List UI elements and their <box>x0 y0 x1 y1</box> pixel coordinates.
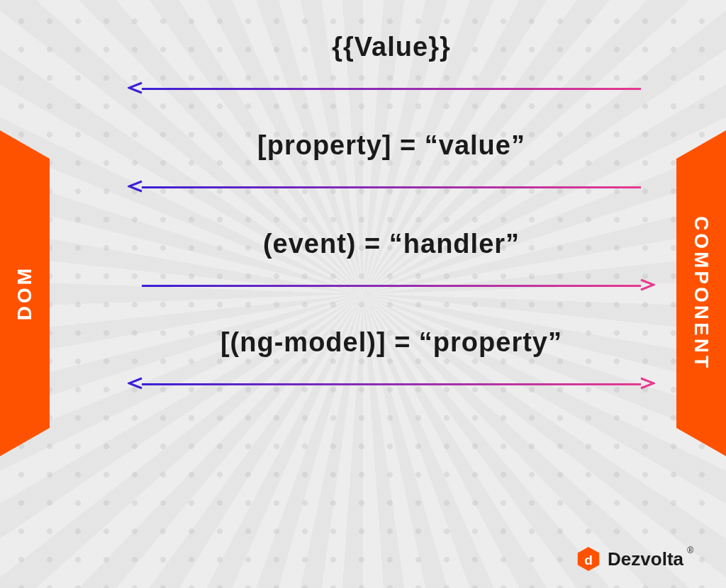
arrowhead-left-icon <box>128 80 143 96</box>
brand-name-text: Dezvolta <box>608 548 683 570</box>
arrow-right-1 <box>128 276 655 293</box>
dezvolta-hexagon-icon: d <box>575 545 602 572</box>
property-binding: [property] = “value” <box>128 130 655 195</box>
registered-mark: ® <box>687 545 693 555</box>
arrowhead-right-icon <box>640 375 655 391</box>
arrow-both-1 <box>128 375 655 392</box>
dom-label-panel: DOM <box>0 130 50 456</box>
dom-label-text: DOM <box>13 266 36 320</box>
brand-name: Dezvolta ® <box>608 548 683 570</box>
property-label: [property] = “value” <box>128 130 655 161</box>
bindings-container: {{Value}} [property] = “value” (event) =… <box>128 32 655 426</box>
component-label-panel: COMPONENT <box>676 130 726 456</box>
svg-text:d: d <box>584 553 593 567</box>
event-label: (event) = “handler” <box>128 229 655 259</box>
arrowhead-right-icon <box>640 277 655 293</box>
brand-logo: d Dezvolta ® <box>575 545 683 572</box>
interpolation-binding: {{Value}} <box>128 32 655 96</box>
arrowhead-left-icon <box>128 179 143 194</box>
twoway-label: [(ng-model)] = “property” <box>128 327 655 358</box>
interpolation-label: {{Value}} <box>128 32 655 62</box>
arrowhead-left-icon <box>128 375 143 391</box>
arrow-left-2 <box>128 178 655 195</box>
twoway-binding: [(ng-model)] = “property” <box>128 327 655 392</box>
event-binding: (event) = “handler” <box>128 229 655 293</box>
component-label-text: COMPONENT <box>690 216 713 371</box>
arrow-left-1 <box>128 79 655 96</box>
